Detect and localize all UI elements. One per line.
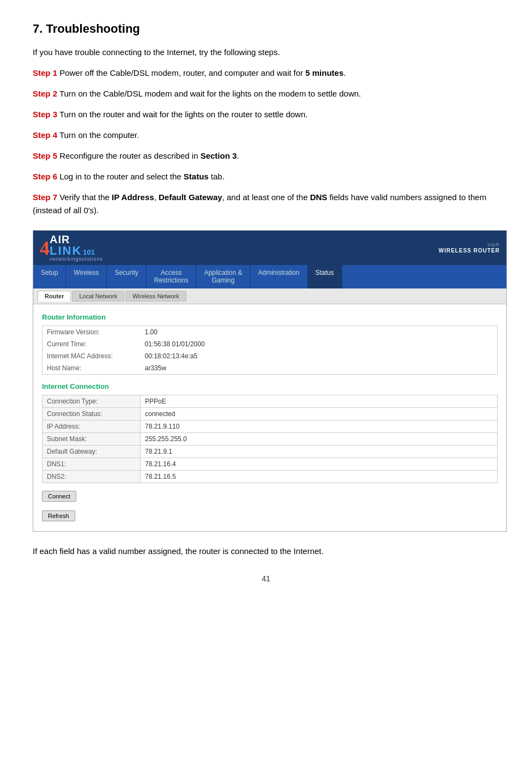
firmware-value: 1.00 [141,326,498,338]
router-brand-right: IIG® WIRELESS ROUTER [439,242,500,254]
nav-tab-administration[interactable]: Administration [250,265,307,288]
internet-connection-section-header: Internet Connection [42,382,498,390]
router-info-section-header: Router Information [42,313,498,321]
router-logo: 4 AIR LINK 101 networkingsolutions [40,234,103,262]
page-number: 41 [33,574,499,583]
conn-status-value: connected [141,407,498,420]
subnav-tab-local-network[interactable]: Local Network [72,291,124,302]
logo-netsol-text: networkingsolutions [50,257,103,262]
logo-air-text: AIR [50,234,103,245]
nav-tab-application-gaming[interactable]: Application &Gaming [196,265,250,288]
router-ui: 4 AIR LINK 101 networkingsolutions IIG® … [33,231,506,531]
nav-tab-status[interactable]: Status [308,265,342,288]
internet-connection-table: Connection Type: PPPoE Connection Status… [42,395,498,483]
step-7-label: Step 7 [33,192,57,202]
dns1-value: 78.21.16.4 [141,458,498,470]
table-row: Connection Type: PPPoE [43,395,498,407]
ip-address-value: 78.21.9.110 [141,420,498,432]
nav-tab-setup[interactable]: Setup [33,265,66,288]
step-6-label: Step 6 [33,172,57,181]
table-row: IP Address: 78.21.9.110 [43,420,498,432]
router-nav: Setup Wireless Security AccessRestrictio… [33,265,506,288]
table-row: Default Gateway: 78.21.9.1 [43,445,498,458]
firmware-label: Firmware Version: [43,326,141,338]
current-time-value: 01:56:38 01/01/2000 [141,338,498,350]
logo-4: 4 [40,238,50,258]
step-1: Step 1 Power off the Cable/DSL modem, ro… [33,67,499,80]
nav-tab-wireless[interactable]: Wireless [66,265,107,288]
step-1-label: Step 1 [33,68,57,77]
conn-status-label: Connection Status: [43,407,141,420]
step-3: Step 3 Turn on the router and wait for t… [33,108,499,121]
step-5: Step 5 Reconfigure the router as describ… [33,149,499,163]
host-name-value: ar335w [141,362,498,375]
subnav-tab-router[interactable]: Router [38,291,71,302]
default-gateway-label: Default Gateway: [43,445,141,458]
table-row: DNS2: 78.21.16.5 [43,470,498,483]
table-row: Firmware Version: 1.00 [43,326,498,338]
connect-button[interactable]: Connect [42,491,76,502]
brand-tag: IIG® [487,242,500,248]
router-info-table: Firmware Version: 1.00 Current Time: 01:… [42,326,498,375]
step-4-label: Step 4 [33,130,57,140]
logo-101-text: 101 [83,249,95,256]
conn-type-label: Connection Type: [43,395,141,407]
ip-address-label: IP Address: [43,420,141,432]
subnet-mask-value: 255.255.255.0 [141,432,498,445]
step-7: Step 7 Verify that the IP Address, Defau… [33,191,499,217]
host-name-label: Host Name: [43,362,141,375]
logo-link-row: LINK 101 [50,245,103,257]
mac-address-value: 00:18:02:13:4e:a5 [141,350,498,362]
router-content: Router Information Firmware Version: 1.0… [33,304,506,531]
dns1-label: DNS1: [43,458,141,470]
table-row: Subnet Mask: 255.255.255.0 [43,432,498,445]
table-row: Internet MAC Address: 00:18:02:13:4e:a5 [43,350,498,362]
step-2: Step 2 Turn on the Cable/DSL modem and w… [33,87,499,100]
after-image-text: If each field has a valid number assigne… [33,545,499,558]
intro-text: If you have trouble connecting to the In… [33,46,499,59]
table-row: Current Time: 01:56:38 01/01/2000 [43,338,498,350]
logo-link-text: LINK [50,245,82,257]
step-5-label: Step 5 [33,151,57,160]
page-title: 7. Troubleshooting [33,22,499,36]
dns2-value: 78.21.16.5 [141,470,498,483]
table-row: DNS1: 78.21.16.4 [43,458,498,470]
nav-tab-access-restrictions[interactable]: AccessRestrictions [147,265,197,288]
current-time-label: Current Time: [43,338,141,350]
wireless-router-badge: WIRELESS ROUTER [439,248,500,254]
subnav-tab-wireless-network[interactable]: Wireless Network [125,291,186,302]
subnet-mask-label: Subnet Mask: [43,432,141,445]
router-topbar: 4 AIR LINK 101 networkingsolutions IIG® … [33,231,506,265]
dns2-label: DNS2: [43,470,141,483]
logo-airlink: AIR LINK 101 networkingsolutions [50,234,103,262]
router-subnav: Router Local Network Wireless Network [33,288,506,304]
conn-type-value: PPPoE [141,395,498,407]
step-6: Step 6 Log in to the router and select t… [33,170,499,183]
mac-address-label: Internet MAC Address: [43,350,141,362]
refresh-button[interactable]: Refresh [42,510,75,521]
table-row: Connection Status: connected [43,407,498,420]
router-screenshot: 4 AIR LINK 101 networkingsolutions IIG® … [33,230,507,532]
step-2-label: Step 2 [33,89,57,98]
table-row: Host Name: ar335w [43,362,498,375]
nav-tab-security[interactable]: Security [107,265,146,288]
default-gateway-value: 78.21.9.1 [141,445,498,458]
step-3-label: Step 3 [33,110,57,119]
step-4: Step 4 Turn on the computer. [33,129,499,142]
